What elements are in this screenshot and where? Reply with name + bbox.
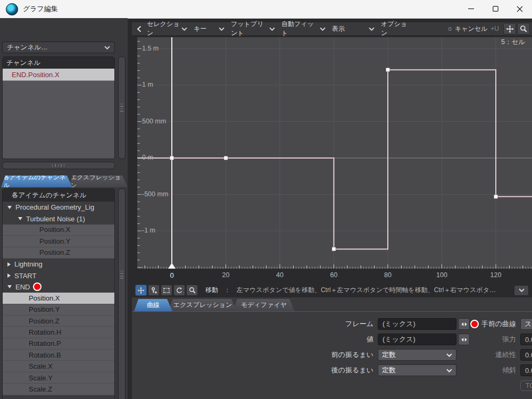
post-behavior-value: 定数	[382, 365, 396, 375]
zoom-tool-button[interactable]	[186, 285, 198, 296]
menu-キー[interactable]: キー	[190, 23, 228, 35]
tcb-reset-button[interactable]: TCBリセット	[520, 380, 532, 391]
close-button[interactable]	[508, 0, 532, 18]
tree-item-position-z[interactable]: Position.Z	[3, 315, 114, 327]
tree-item-position-x[interactable]: Position.X	[3, 225, 114, 236]
continuity-input[interactable]: 0.0	[520, 349, 532, 361]
tool-hint-text: 移動 ： 左マウスボタンで値を移動、Ctrl＋左マウスボタンで時間軸を移動、Ct…	[205, 286, 496, 295]
minimize-button[interactable]	[459, 0, 483, 18]
tension-input[interactable]: 0.0	[520, 334, 532, 345]
cancel-shortcut: +U	[491, 25, 499, 32]
tab-エクスプレッション[interactable]: エクスプレッション	[169, 299, 237, 311]
menu-自動フィット[interactable]: 自動フィット	[278, 23, 329, 35]
tree-item-end[interactable]: END	[3, 281, 114, 293]
incoming-curve-label: 手前の曲線	[481, 319, 516, 329]
tab-各アイテムのチャンネル[interactable]: 各アイテムのチャンネル	[1, 176, 72, 187]
playhead-marker-icon[interactable]	[168, 263, 176, 269]
pre-behavior-dropdown[interactable]: 定数	[378, 349, 456, 361]
tension-label: 張力	[451, 335, 520, 344]
pan-view-button[interactable]	[503, 23, 516, 35]
tree-item-label: Position.Z	[39, 248, 70, 256]
channel-menu-label: チャンネル…	[7, 43, 47, 52]
graph-menu-bar: セレクションキーフットプリント自動フィット表示オプション o キャンセル +U	[132, 22, 532, 35]
menu-label: セレクション	[147, 20, 181, 38]
post-behavior-label: 後の振るまい	[292, 365, 378, 375]
channel-menu-dropdown[interactable]: チャンネル…	[2, 41, 115, 53]
tree-item-position-x[interactable]: Position.X	[3, 293, 114, 304]
app-icon	[6, 3, 18, 15]
tree-item-rotation-b[interactable]: Rotation.B	[3, 350, 114, 361]
collapse-arrow-icon[interactable]	[7, 206, 12, 209]
tree-item-label: Scale.X	[29, 362, 53, 370]
bias-input[interactable]: 0.0	[520, 364, 532, 376]
move-tool-button[interactable]	[135, 285, 147, 296]
tree-item-rotation-h[interactable]: Rotation.H	[3, 327, 114, 338]
incoming-curve-value: ステップ状	[525, 319, 532, 329]
tree-item-scale-x[interactable]: Scale.X	[3, 361, 114, 372]
selected-channel-row[interactable]: END.Position.X	[3, 69, 114, 81]
incoming-curve-dropdown[interactable]: ステップ状	[520, 318, 532, 330]
channel-list-vscrollbar[interactable]	[118, 56, 126, 159]
grid-cell-indicator: 5：セル	[501, 38, 525, 47]
menu-オプション[interactable]: オプション	[378, 23, 416, 35]
tree-item-label: Position.X	[39, 226, 71, 234]
tree-item-label: START	[14, 272, 36, 280]
y-tick-label: 1.5 m	[142, 45, 159, 52]
tree-item-label: Position.Z	[29, 317, 60, 325]
curve-canvas[interactable]: 1.5 m1 m500 mm0 m-500 mm-1 m	[137, 37, 532, 269]
hint-separator: ：	[224, 286, 230, 294]
tree-item-start[interactable]: START	[3, 270, 114, 281]
tree-item-label: Lightning	[14, 260, 43, 268]
chevron-down-icon	[181, 27, 187, 31]
post-behavior-dropdown[interactable]: 定数	[378, 364, 456, 376]
tree-item-label: END	[15, 283, 30, 291]
stretch-tool-button[interactable]	[161, 285, 172, 296]
add-key-tool-button[interactable]	[148, 285, 160, 296]
tree-item-turbulent-noise-1-[interactable]: Turbulent Noise (1)	[3, 213, 114, 224]
chevron-down-icon	[104, 46, 110, 49]
hint-tool-name: 移動	[205, 286, 218, 294]
tree-item-procedural-geometry-lig[interactable]: Procedural Geometry_Lig	[3, 202, 114, 213]
continuity-label: 連続性	[451, 350, 520, 360]
maximize-button[interactable]	[483, 0, 508, 18]
tree-item-scale-z[interactable]: Scale.Z	[3, 384, 114, 395]
curve-plot-svg	[137, 37, 532, 269]
frame-input[interactable]: (ミックス)	[378, 318, 456, 330]
channel-list-hscrollbar[interactable]	[2, 162, 115, 169]
collapse-arrow-icon[interactable]	[18, 217, 22, 220]
tree-item-position-y[interactable]: Position.Y	[3, 236, 114, 247]
value-input[interactable]: (ミックス)	[378, 334, 456, 345]
tree-item-position-z[interactable]: Position.Z	[3, 247, 114, 259]
tree-item-label: Rotation.H	[29, 328, 61, 336]
expand-arrow-icon[interactable]	[7, 262, 11, 267]
menu-表示[interactable]: 表示	[329, 23, 378, 35]
chevron-down-icon	[269, 27, 275, 31]
tree-item-rotation-p[interactable]: Rotation.P	[3, 338, 114, 350]
tree-vscrollbar[interactable]	[118, 188, 126, 399]
tab-label: エクスプレッション	[71, 176, 126, 187]
menu-items: セレクションキーフットプリント自動フィット表示オプション	[144, 22, 416, 35]
roll-tool-button[interactable]	[173, 285, 185, 296]
tree-item-position-y[interactable]: Position.Y	[3, 304, 114, 315]
tree-item-scale-y[interactable]: Scale.Y	[3, 372, 114, 384]
cancel-cluster: o キャンセル +U	[448, 24, 499, 34]
tab-エクスプレッション[interactable]: エクスプレッション	[69, 176, 128, 187]
pre-behavior-value: 定数	[382, 350, 396, 360]
tree-item-label: Position.Y	[29, 305, 60, 313]
menu-フットプリント[interactable]: フットプリント	[228, 23, 278, 35]
collapse-arrow-icon[interactable]	[7, 285, 12, 288]
cancel-button[interactable]: キャンセル	[455, 24, 487, 34]
tree-item-label: Position.X	[29, 294, 60, 302]
menu-セレクション[interactable]: セレクション	[144, 23, 190, 35]
bias-label: 傾斜	[451, 365, 520, 375]
collapse-panel-button[interactable]	[134, 23, 144, 34]
channel-tree: Procedural Geometry_LigTurbulent Noise (…	[3, 202, 114, 395]
expand-arrow-icon[interactable]	[7, 273, 11, 278]
zoom-view-button[interactable]	[517, 23, 530, 35]
tab-モディファイヤ[interactable]: モディファイヤ	[233, 299, 295, 311]
tab-曲線[interactable]: 曲線	[134, 299, 172, 311]
tab-label: エクスプレッション	[173, 301, 232, 310]
hint-dropdown-button[interactable]	[514, 285, 529, 296]
key-fields: フレーム (ミックス) 値 (ミックス) 前の振るまい 定数	[292, 318, 472, 380]
tree-item-lightning[interactable]: Lightning	[3, 259, 114, 270]
